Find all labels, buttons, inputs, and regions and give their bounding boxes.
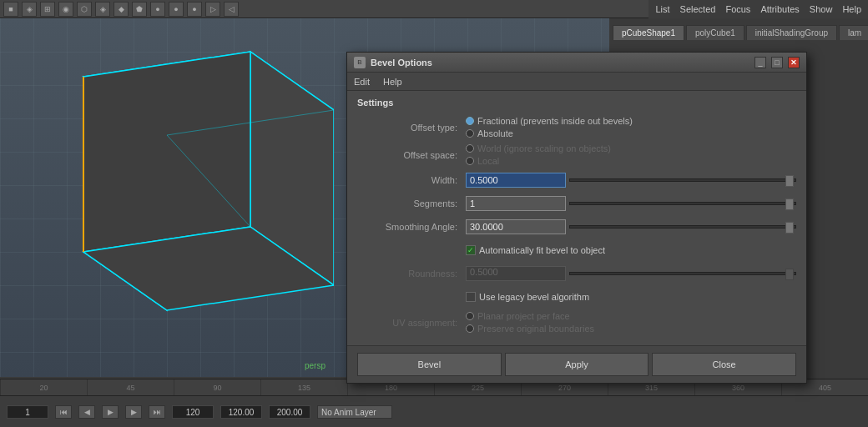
goto-end-button[interactable]: ⏭ xyxy=(149,405,165,419)
width-row: Width: xyxy=(357,171,796,189)
tab-polycube1[interactable]: polyCube1 xyxy=(686,25,744,40)
goto-start-button[interactable]: ⏮ xyxy=(55,405,72,419)
width-slider-thumb xyxy=(785,175,794,187)
auto-fit-checkbox[interactable]: ✓ xyxy=(466,245,476,255)
minimize-button[interactable]: _ xyxy=(754,57,766,68)
tab-initialshadinggroup[interactable]: initialShadingGroup xyxy=(746,25,837,40)
legacy-label: Use legacy bevel algorithm xyxy=(479,292,589,302)
anim-layer-field[interactable]: No Anim Layer xyxy=(317,405,392,419)
uv-assignment-label: UV assignment: xyxy=(357,318,466,328)
offset-type-fractional[interactable]: Fractional (prevents inside out bevels) xyxy=(466,116,633,126)
smoothing-angle-slider[interactable] xyxy=(569,225,796,229)
ruler-mark-3: 90 xyxy=(174,379,260,395)
uv-assignment-row: UV assignment: Planar project per face P… xyxy=(357,311,796,334)
toolbar-icon-8[interactable]: ⬟ xyxy=(132,2,147,17)
apply-button[interactable]: Apply xyxy=(505,353,649,376)
menu-selected[interactable]: Selected xyxy=(680,4,716,14)
offset-space-row: Offset space: World (ignore scaling on o… xyxy=(357,143,796,166)
end-time-field[interactable] xyxy=(220,405,262,419)
toolbar-icon-1[interactable]: ■ xyxy=(3,2,18,17)
auto-fit-label: Automatically fit bevel to object xyxy=(479,245,605,255)
segments-slider[interactable] xyxy=(569,202,796,205)
ruler-mark-2: 45 xyxy=(87,379,174,395)
smoothing-slider-thumb xyxy=(785,222,794,234)
roundness-label: Roundness: xyxy=(357,269,466,279)
offset-space-label: Offset space: xyxy=(357,150,466,160)
segments-input[interactable] xyxy=(466,196,566,211)
tab-lam[interactable]: lam xyxy=(839,25,868,40)
ruler-mark-1: 20 xyxy=(0,379,87,395)
menu-attributes[interactable]: Attributes xyxy=(760,4,799,14)
uv-planar[interactable]: Planar project per face xyxy=(466,311,594,321)
radio-local-dot xyxy=(466,157,474,165)
next-frame-button[interactable]: ▶ xyxy=(125,405,142,419)
toolbar-icon-7[interactable]: ◆ xyxy=(114,2,129,17)
menu-bar-top: List Selected Focus Attributes Show Help xyxy=(648,0,868,18)
toolbar-icon-3[interactable]: ⊞ xyxy=(40,2,55,17)
radio-local-label: Local xyxy=(477,156,499,166)
roundness-row: Roundness: 0.5000 xyxy=(357,264,796,283)
bevel-footer: Bevel Apply Close xyxy=(347,345,806,383)
menu-show[interactable]: Show xyxy=(810,4,833,14)
start-time-field[interactable] xyxy=(7,405,48,419)
radio-uv-preserve-dot xyxy=(466,324,474,333)
toolbar-icon-5[interactable]: ⬡ xyxy=(77,2,92,17)
offset-space-local[interactable]: Local xyxy=(466,156,611,166)
uv-preserve[interactable]: Preserve original boundaries xyxy=(466,324,594,334)
close-x-button[interactable]: ✕ xyxy=(788,57,800,68)
offset-type-label: Offset type: xyxy=(357,123,466,133)
timeline-controls: ⏮ ◀ ▶ ▶ ⏭ No Anim Layer xyxy=(0,396,868,427)
radio-world-dot xyxy=(466,144,474,153)
bevel-menu-help[interactable]: Help xyxy=(383,77,402,87)
bevel-button[interactable]: Bevel xyxy=(357,353,502,376)
radio-fractional-dot xyxy=(466,117,474,125)
toolbar-icon-11[interactable]: ● xyxy=(187,2,202,17)
radio-absolute-dot xyxy=(466,129,474,138)
segments-label: Segments: xyxy=(357,198,466,208)
toolbar-icon-13[interactable]: ◁ xyxy=(224,2,239,17)
segments-slider-thumb xyxy=(785,198,794,210)
toolbar-icon-10[interactable]: ● xyxy=(169,2,184,17)
smoothing-angle-label: Smoothing Angle: xyxy=(357,222,466,232)
maximize-button[interactable]: □ xyxy=(771,57,783,68)
persp-label: persp xyxy=(305,361,326,370)
range-end-field[interactable] xyxy=(269,405,310,419)
menu-help[interactable]: Help xyxy=(842,4,861,14)
toolbar-icon-9[interactable]: ● xyxy=(150,2,165,17)
prev-frame-button[interactable]: ◀ xyxy=(78,405,95,419)
toolbar-icon-6[interactable]: ◈ xyxy=(95,2,110,17)
toolbar-icon-4[interactable]: ◉ xyxy=(58,2,73,17)
legacy-checkbox-item[interactable]: Use legacy bevel algorithm xyxy=(466,292,589,302)
width-input[interactable] xyxy=(466,173,566,188)
legacy-controls: Use legacy bevel algorithm xyxy=(466,292,796,302)
auto-fit-controls: ✓ Automatically fit bevel to object xyxy=(466,245,796,255)
close-button[interactable]: Close xyxy=(652,353,796,376)
bevel-content: Settings Offset type: Fractional (preven… xyxy=(347,91,806,345)
menu-list[interactable]: List xyxy=(655,4,669,14)
bevel-dialog-icon: B xyxy=(354,57,366,68)
svg-marker-3 xyxy=(83,52,250,252)
width-slider[interactable] xyxy=(569,178,796,182)
smoothing-angle-controls xyxy=(466,219,796,234)
toolbar-icon-2[interactable]: ◈ xyxy=(22,2,37,17)
radio-uv-planar-dot xyxy=(466,312,474,320)
width-controls xyxy=(466,173,796,188)
offset-space-world[interactable]: World (ignore scaling on objects) xyxy=(466,143,611,153)
bevel-menu-edit[interactable]: Edit xyxy=(354,77,370,87)
current-time-field[interactable] xyxy=(172,405,214,419)
bevel-settings-header: Settings xyxy=(357,98,796,108)
offset-type-absolute[interactable]: Absolute xyxy=(466,128,633,138)
offset-type-controls: Fractional (prevents inside out bevels) … xyxy=(466,116,796,138)
tab-pcubeshape1[interactable]: pCubeShape1 xyxy=(613,25,684,40)
auto-fit-checkbox-item[interactable]: ✓ Automatically fit bevel to object xyxy=(466,245,605,255)
uv-radio-group: Planar project per face Preserve origina… xyxy=(466,311,594,334)
roundness-slider-thumb xyxy=(785,269,794,280)
legacy-checkbox[interactable] xyxy=(466,292,476,302)
offset-space-radio-group: World (ignore scaling on objects) Local xyxy=(466,143,611,166)
menu-focus[interactable]: Focus xyxy=(725,4,750,14)
toolbar-icon-12[interactable]: ▷ xyxy=(205,2,220,17)
play-button[interactable]: ▶ xyxy=(102,405,119,419)
bevel-titlebar: B Bevel Options _ □ ✕ xyxy=(347,53,806,73)
smoothing-angle-input[interactable] xyxy=(466,219,566,234)
radio-uv-preserve-label: Preserve original boundaries xyxy=(477,324,594,334)
